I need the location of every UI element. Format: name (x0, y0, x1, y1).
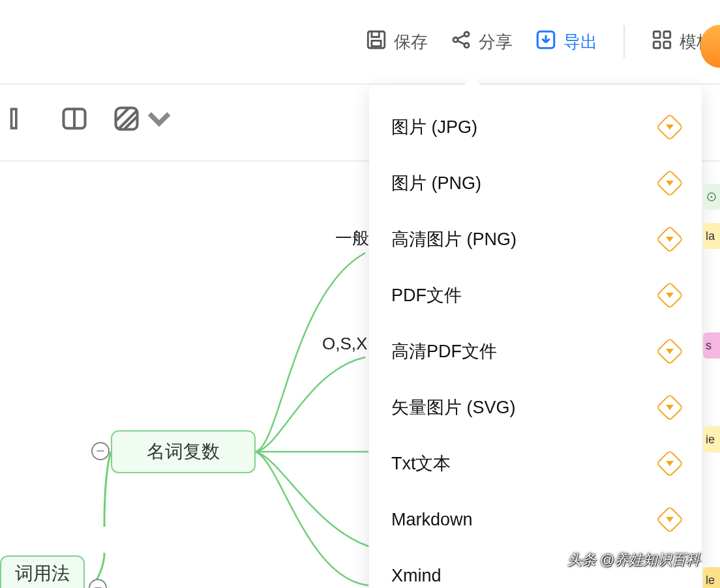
export-option-label: 图片 (PNG) (391, 171, 481, 195)
mindmap-child-node-partial[interactable]: 词用法 (0, 555, 85, 588)
premium-icon (656, 113, 683, 141)
share-label: 分享 (479, 31, 513, 53)
export-label: 导出 (563, 31, 597, 53)
child-node-text: 词用法 (15, 561, 70, 586)
svg-rect-7 (664, 31, 670, 38)
hatch-icon[interactable] (112, 104, 173, 133)
watermark: 头条 @养娃知识百科 (567, 550, 700, 570)
bar-icon[interactable] (8, 104, 37, 133)
svg-point-14 (711, 196, 713, 198)
peek-tab[interactable]: s (703, 332, 720, 359)
share-icon (450, 29, 472, 55)
svg-rect-1 (372, 40, 381, 46)
export-option-png[interactable]: 图片 (PNG) (369, 155, 702, 211)
peek-tab[interactable]: ie (703, 426, 720, 452)
save-label: 保存 (394, 31, 428, 53)
export-option-txt[interactable]: Txt文本 (369, 435, 702, 492)
export-dropdown: 图片 (JPG) 图片 (PNG) 高清图片 (PNG) PDF文件 高清PDF… (369, 85, 702, 588)
child-node-text: 名词复数 (147, 439, 220, 464)
export-option-label: Txt文本 (391, 452, 451, 475)
export-option-pdf[interactable]: PDF文件 (369, 267, 702, 323)
premium-icon (656, 226, 683, 253)
export-option-jpg[interactable]: 图片 (JPG) (369, 99, 702, 155)
export-option-svg[interactable]: 矢量图片 (SVG) (369, 379, 702, 435)
svg-rect-10 (12, 109, 16, 128)
premium-icon (656, 169, 683, 197)
target-icon (706, 191, 717, 203)
top-toolbar: 保存 分享 导出 模板 (0, 0, 720, 85)
premium-icon (656, 338, 683, 365)
premium-icon (656, 394, 683, 421)
peek-tab[interactable]: le (703, 567, 720, 588)
premium-icon (656, 506, 683, 533)
export-icon (535, 29, 557, 55)
save-button[interactable]: 保存 (365, 29, 428, 55)
chevron-down-icon (145, 104, 173, 133)
export-option-label: 矢量图片 (SVG) (391, 396, 516, 419)
layout-icon[interactable] (60, 104, 89, 133)
branch-label: O,S,X (322, 334, 367, 354)
collapse-toggle[interactable]: − (91, 442, 110, 460)
export-option-label: 图片 (JPG) (391, 115, 477, 139)
share-button[interactable]: 分享 (450, 29, 513, 55)
template-icon (651, 29, 673, 55)
export-option-hd-pdf[interactable]: 高清PDF文件 (369, 323, 702, 379)
export-option-label: Xmind (391, 566, 442, 586)
export-option-markdown[interactable]: Markdown (369, 492, 702, 548)
export-option-label: PDF文件 (391, 284, 462, 307)
premium-icon (656, 282, 683, 309)
export-button[interactable]: 导出 (535, 29, 597, 55)
peek-tab[interactable] (703, 184, 720, 210)
toolbar-divider (623, 25, 625, 58)
export-option-label: Markdown (391, 510, 473, 530)
peek-tab[interactable]: la (703, 223, 720, 249)
svg-rect-6 (653, 31, 660, 38)
secondary-toolbar (0, 104, 173, 133)
mindmap-child-node[interactable]: 名词复数 (111, 430, 256, 473)
svg-rect-8 (653, 41, 660, 48)
export-option-hd-png[interactable]: 高清图片 (PNG) (369, 211, 702, 267)
premium-icon (656, 450, 683, 477)
save-icon (365, 29, 387, 55)
svg-rect-9 (664, 41, 670, 48)
export-option-label: 高清图片 (PNG) (391, 228, 517, 251)
branch-label: 一般 (335, 227, 369, 250)
export-option-label: 高清PDF文件 (391, 340, 497, 363)
